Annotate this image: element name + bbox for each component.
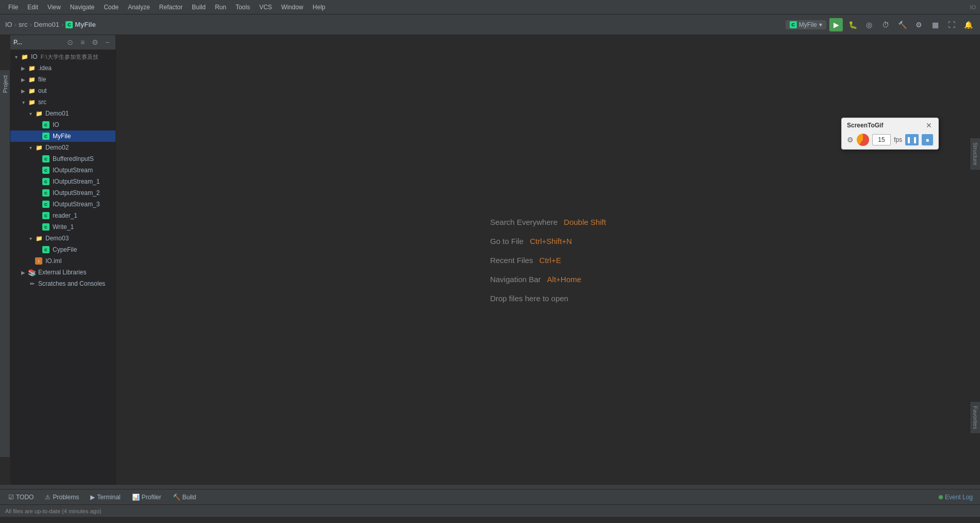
tree-item-idea[interactable]: ▶ 📁 .idea	[10, 62, 116, 74]
event-log[interactable]: Event Log	[935, 493, 977, 502]
demo01-folder-icon: 📁	[35, 109, 43, 118]
editor-area: Search Everywhere Double Shift Go to Fil…	[116, 35, 980, 485]
run-config-selector[interactable]: C MyFile ▾	[786, 20, 826, 29]
todo-icon: ☑	[8, 494, 14, 501]
tab-profiler-label: Profiler	[142, 494, 161, 501]
bottom-tabs: ☑ TODO ⚠ Problems ▶ Terminal 📊 Profiler …	[0, 489, 980, 504]
menu-file[interactable]: File	[4, 3, 22, 12]
tree-item-scratches[interactable]: ▶ ✏ Scratches and Consoles	[10, 278, 116, 289]
tree-label-iostream1: IOutputStream_1	[53, 178, 100, 185]
notifications-button[interactable]: 🔔	[961, 18, 975, 31]
profile-button[interactable]: ⏱	[879, 18, 892, 31]
tree-label-write: Write_1	[53, 223, 74, 231]
proj-tool-locate[interactable]: ⊙	[65, 37, 75, 47]
tree-label-iostream2: IOutputStream_2	[53, 189, 100, 197]
menu-window[interactable]: Window	[277, 3, 307, 12]
tree-item-myfile[interactable]: ▶ C MyFile	[10, 130, 116, 142]
tree-item-iostream1[interactable]: ▶ C IOutputStream_1	[10, 176, 116, 187]
tree-label-out: out	[38, 87, 47, 94]
settings-button[interactable]: ⚙	[912, 18, 925, 31]
breadcrumb-src[interactable]: src	[19, 21, 27, 28]
tree-label-iostream: IOutputStream	[53, 167, 93, 174]
hint-recent-files[interactable]: Recent Files Ctrl+E	[490, 256, 606, 265]
tree-item-iostream3[interactable]: ▶ C IOutputStream_3	[10, 199, 116, 210]
breadcrumb-io[interactable]: IO	[5, 21, 12, 28]
proj-tool-settings[interactable]: ⚙	[90, 37, 100, 47]
build-button[interactable]: 🔨	[895, 18, 909, 31]
menu-vcs[interactable]: VCS	[255, 3, 276, 12]
menu-build[interactable]: Build	[188, 3, 210, 12]
tab-build[interactable]: 🔨 Build	[168, 493, 202, 502]
tree-item-demo03[interactable]: ▾ 📁 Demo03	[10, 233, 116, 244]
menu-analyze[interactable]: Analyze	[124, 3, 154, 12]
tree-label-demo01: Demo01	[45, 110, 69, 117]
project-panel: P... ⊙ ≡ ⚙ − ▾ 📁 IO F:\大学生参加竞赛及技 ▶ 📁 .id…	[10, 35, 116, 485]
tree-item-cype[interactable]: ▶ C CypeFile	[10, 244, 116, 255]
menu-code[interactable]: Code	[100, 3, 123, 12]
hint-shortcut-recent: Ctrl+E	[540, 256, 561, 265]
stg-close-button[interactable]: ✕	[925, 121, 933, 129]
tab-terminal[interactable]: ▶ Terminal	[85, 493, 125, 502]
structure-tab[interactable]: Structure	[971, 140, 979, 168]
project-label: P...	[13, 39, 63, 46]
tree-item-demo01[interactable]: ▾ 📁 Demo01	[10, 108, 116, 119]
proj-tool-minimize[interactable]: −	[102, 37, 112, 47]
tree-item-out[interactable]: ▶ 📁 out	[10, 85, 116, 96]
hint-search-everywhere[interactable]: Search Everywhere Double Shift	[490, 218, 606, 226]
tab-problems-label: Problems	[53, 494, 79, 501]
tree-item-file[interactable]: ▶ 📁 file	[10, 74, 116, 85]
proj-tool-collapse[interactable]: ≡	[77, 37, 88, 47]
tree-item-write[interactable]: ▶ C Write_1	[10, 221, 116, 233]
menu-tools[interactable]: Tools	[232, 3, 254, 12]
breadcrumb-demo01[interactable]: Demo01	[34, 21, 59, 28]
arrow-root: ▾	[12, 54, 20, 60]
write-class-icon: C	[42, 223, 50, 231]
tree-item-src[interactable]: ▾ 📁 src	[10, 96, 116, 108]
tree-item-iostream[interactable]: ▶ C IOutputStream	[10, 165, 116, 176]
tree-item-io[interactable]: ▶ C IO	[10, 119, 116, 130]
status-message: All files are up-to-date (4 minutes ago)	[5, 508, 101, 514]
menu-edit[interactable]: Edit	[23, 3, 42, 12]
tab-profiler[interactable]: 📊 Profiler	[127, 493, 167, 502]
stg-circle[interactable]	[857, 134, 869, 146]
breadcrumb-active[interactable]: MyFile	[75, 21, 95, 28]
horizontal-scrollbar[interactable]	[0, 485, 980, 489]
stg-fps-label: fps	[894, 136, 902, 143]
screentogif-window: ScreenToGif ✕ ⚙ fps ❚❚ ■	[841, 118, 939, 150]
stg-stop-button[interactable]: ■	[922, 134, 933, 145]
menu-refactor[interactable]: Refactor	[155, 3, 187, 12]
menu-view[interactable]: View	[43, 3, 65, 12]
menu-help[interactable]: Help	[308, 3, 330, 12]
hint-navigation-bar[interactable]: Navigation Bar Alt+Home	[490, 275, 606, 284]
tab-problems[interactable]: ⚠ Problems	[40, 493, 84, 502]
run-config-chevron: ▾	[819, 21, 822, 28]
coverage-button[interactable]: ◎	[862, 18, 876, 31]
stg-gear-icon[interactable]: ⚙	[847, 136, 854, 144]
favorites-tab[interactable]: Favorites	[971, 404, 979, 431]
stg-controls: ⚙ fps ❚❚ ■	[847, 134, 933, 146]
tab-todo[interactable]: ☑ TODO	[3, 493, 39, 502]
stg-pause-button[interactable]: ❚❚	[905, 134, 919, 145]
tree-item-iml[interactable]: ▶ I IO.iml	[10, 255, 116, 267]
out-folder-icon: 📁	[28, 87, 36, 95]
stg-fps-input[interactable]	[872, 134, 891, 145]
tree-item-buffered[interactable]: ▶ C BufferedInputS	[10, 153, 116, 165]
tree-item-demo02[interactable]: ▾ 📁 Demo02	[10, 142, 116, 153]
expand-button[interactable]: ⛶	[945, 18, 958, 31]
tree-label-idea: .idea	[38, 64, 52, 72]
hint-goto-file[interactable]: Go to File Ctrl+Shift+N	[490, 237, 606, 246]
cype-class-icon: C	[42, 246, 50, 253]
hint-label-nav: Navigation Bar	[490, 275, 541, 284]
layout-button[interactable]: ▦	[928, 18, 942, 31]
tree-root[interactable]: ▾ 📁 IO F:\大学生参加竞赛及技	[10, 51, 116, 62]
menu-run[interactable]: Run	[211, 3, 231, 12]
menu-navigate[interactable]: Navigate	[66, 3, 99, 12]
tree-item-extlib[interactable]: ▶ 📚 External Libraries	[10, 267, 116, 278]
toolbar: IO › src › Demo01 › C MyFile C MyFile ▾ …	[0, 14, 980, 35]
tree-item-reader[interactable]: ▶ C reader_1	[10, 210, 116, 221]
tree-item-iostream2[interactable]: ▶ C IOutputStream_2	[10, 187, 116, 199]
project-side-tab[interactable]: Project	[1, 72, 9, 96]
hint-drop-files: Drop files here to open	[490, 294, 606, 303]
debug-button[interactable]: 🐛	[846, 18, 859, 31]
run-button[interactable]: ▶	[829, 18, 843, 31]
